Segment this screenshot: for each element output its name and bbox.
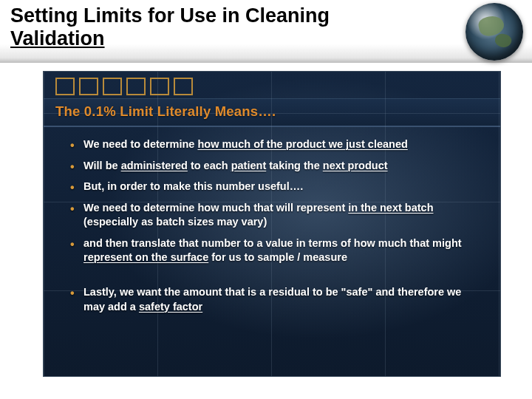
underlined-text: administered: [121, 160, 188, 171]
underlined-text: how much of the product we just cleaned: [197, 138, 407, 150]
bullet-item: and then translate that number to a valu…: [70, 236, 484, 265]
decorative-boxes-row: [44, 72, 500, 98]
underlined-text: next product: [323, 160, 388, 171]
decorative-box: [174, 78, 193, 95]
bullet-item: Will be administered to each patient tak…: [70, 159, 484, 174]
underlined-text: patient: [231, 160, 267, 171]
globe-icon: [466, 3, 523, 61]
bullet-item: We need to determine how much of the pro…: [70, 137, 484, 152]
underlined-text: represent on the surface: [83, 251, 208, 263]
decorative-box: [79, 78, 98, 95]
inner-panel: The 0.1% Limit Literally Means…. We need…: [43, 71, 501, 377]
decorative-box: [126, 78, 146, 95]
decorative-box: [150, 78, 169, 95]
bullets-area: We need to determine how much of the pro…: [44, 127, 500, 314]
title-line-2: Validation: [10, 27, 105, 50]
page-title: Setting Limits for Use in Cleaning Valid…: [10, 4, 380, 50]
bullet-group-2: Lastly, we want the amount that is a res…: [70, 285, 484, 314]
decorative-box: [55, 78, 75, 95]
bullet-item: We need to determine how much that will …: [70, 201, 484, 230]
group-separator: [70, 272, 484, 285]
decorative-box: [103, 78, 122, 95]
inner-heading: The 0.1% Limit Literally Means….: [44, 98, 500, 127]
header-band: Setting Limits for Use in Cleaning Valid…: [0, 0, 532, 63]
bullet-group-1: We need to determine how much of the pro…: [70, 137, 484, 265]
bullet-item: Lastly, we want the amount that is a res…: [70, 285, 484, 314]
underlined-text: safety factor: [139, 301, 202, 313]
title-line-1: Setting Limits for Use in Cleaning: [10, 4, 330, 27]
bullet-item: But, in order to make this number useful…: [70, 180, 484, 194]
underlined-text: in the next batch: [348, 202, 433, 214]
slide: Setting Limits for Use in Cleaning Valid…: [0, 0, 532, 399]
